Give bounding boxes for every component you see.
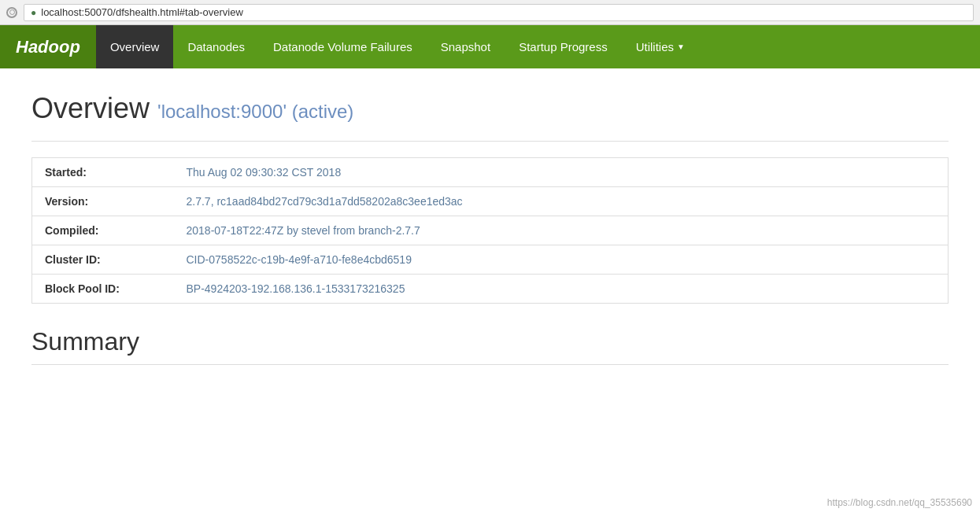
- bottom-divider: [31, 364, 949, 365]
- row-value: BP-4924203-192.168.136.1-1533173216325: [174, 275, 949, 304]
- section-divider: [31, 141, 949, 142]
- nav-item-utilities[interactable]: Utilities ▼: [622, 25, 699, 68]
- table-row: Version:2.7.7, rc1aad84bd27cd79c3d1a7dd5…: [32, 187, 949, 216]
- row-label: Started:: [32, 158, 174, 187]
- nav-item-datanodes[interactable]: Datanodes: [173, 25, 259, 68]
- nav-item-snapshot[interactable]: Snapshot: [427, 25, 505, 68]
- page-title: Overview 'localhost:9000' (active): [31, 92, 949, 125]
- row-label: Version:: [32, 187, 174, 216]
- nav-link-datanode-volume-failures[interactable]: Datanode Volume Failures: [259, 25, 427, 68]
- brand[interactable]: Hadoop: [0, 25, 96, 68]
- refresh-icon[interactable]: [6, 7, 17, 18]
- row-value: CID-0758522c-c19b-4e9f-a710-fe8e4cbd6519: [174, 245, 949, 275]
- summary-title: Summary: [31, 327, 949, 356]
- table-row: Compiled:2018-07-18T22:47Z by stevel fro…: [32, 216, 949, 245]
- row-value: Thu Aug 02 09:30:32 CST 2018: [174, 158, 949, 187]
- dropdown-arrow-icon: ▼: [677, 42, 685, 51]
- address-bar[interactable]: ● localhost:50070/dfshealth.html#tab-ove…: [24, 4, 974, 21]
- nav-link-utilities[interactable]: Utilities ▼: [622, 25, 699, 68]
- nav-link-overview[interactable]: Overview: [96, 25, 174, 68]
- row-value: 2.7.7, rc1aad84bd27cd79c3d1a7dd58202a8c3…: [174, 187, 949, 216]
- info-table: Started:Thu Aug 02 09:30:32 CST 2018Vers…: [31, 157, 949, 304]
- secure-icon: ●: [31, 7, 36, 18]
- nav-link-datanodes[interactable]: Datanodes: [173, 25, 259, 68]
- page-subtitle: 'localhost:9000' (active): [157, 101, 353, 122]
- nav-item-startup-progress[interactable]: Startup Progress: [505, 25, 622, 68]
- table-row: Started:Thu Aug 02 09:30:32 CST 2018: [32, 158, 949, 187]
- row-label: Cluster ID:: [32, 245, 174, 275]
- url-text: localhost:50070/dfshealth.html#tab-overv…: [41, 6, 243, 18]
- navbar: Hadoop Overview Datanodes Datanode Volum…: [0, 25, 980, 68]
- nav-link-snapshot[interactable]: Snapshot: [427, 25, 505, 68]
- browser-chrome: ● localhost:50070/dfshealth.html#tab-ove…: [0, 0, 980, 25]
- nav-items: Overview Datanodes Datanode Volume Failu…: [96, 25, 699, 68]
- table-row: Block Pool ID:BP-4924203-192.168.136.1-1…: [32, 275, 949, 304]
- row-label: Compiled:: [32, 216, 174, 245]
- main-content: Overview 'localhost:9000' (active) Start…: [0, 68, 980, 389]
- table-row: Cluster ID:CID-0758522c-c19b-4e9f-a710-f…: [32, 245, 949, 275]
- row-label: Block Pool ID:: [32, 275, 174, 304]
- nav-item-datanode-volume-failures[interactable]: Datanode Volume Failures: [259, 25, 427, 68]
- row-value: 2018-07-18T22:47Z by stevel from branch-…: [174, 216, 949, 245]
- nav-item-overview[interactable]: Overview: [96, 25, 174, 68]
- nav-link-startup-progress[interactable]: Startup Progress: [505, 25, 622, 68]
